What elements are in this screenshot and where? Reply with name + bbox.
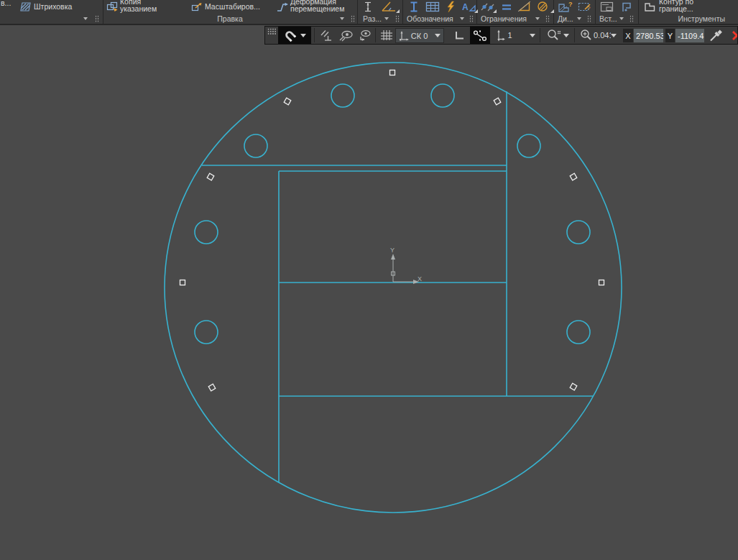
y-coordinate-field[interactable]: -1109.4 <box>675 29 704 42</box>
copy-button-label: Копияуказанием <box>120 0 157 12</box>
grip-handle[interactable] <box>208 384 216 391</box>
ucs-x-label: X <box>418 275 422 283</box>
hatch-button[interactable]: Штриховка <box>16 0 88 14</box>
grip-handle[interactable] <box>284 98 291 105</box>
group-grip-icon[interactable] <box>95 15 99 22</box>
ucs-y-label: Y <box>390 247 395 254</box>
parallel-snap-toggle[interactable] <box>317 27 336 44</box>
welding-symbol-button[interactable]: A <box>460 0 479 14</box>
toolbar-separator <box>574 28 575 42</box>
close-toolbar-button[interactable] <box>731 27 738 44</box>
grip-handle[interactable] <box>494 98 501 105</box>
group-grip-icon[interactable] <box>351 15 355 22</box>
grip-handle[interactable] <box>180 280 185 285</box>
group-label-annotations: Обозначения <box>407 14 453 23</box>
ucs-value: СК 0 <box>411 32 428 40</box>
tangent-constraint-button[interactable] <box>516 0 533 14</box>
dimension-angular-button[interactable] <box>379 0 400 14</box>
grip-handle[interactable] <box>390 70 395 75</box>
contour-by-boundary-button[interactable]: Контур погранице... <box>642 0 732 14</box>
chevron-down-icon[interactable] <box>611 34 617 37</box>
group-label-dynamic: Ди... <box>558 14 573 23</box>
frame-stamp-icon <box>600 1 614 12</box>
group-footer-tools[interactable]: Инструменты <box>638 14 738 24</box>
grip-handle[interactable] <box>570 173 577 180</box>
group-footer-constraints[interactable]: Ограничения <box>476 14 553 24</box>
zoom-window-button[interactable] <box>543 27 572 44</box>
deform-button-label: Деформацияперемещением <box>290 0 344 12</box>
dynamic-edit-button[interactable]: ? <box>576 0 594 14</box>
x-coordinate-field[interactable]: 2780.53 <box>634 29 663 42</box>
group-grip-icon[interactable] <box>545 15 550 22</box>
chevron-down-icon[interactable] <box>619 17 624 20</box>
bolt-hole <box>517 134 540 157</box>
zoom-scale-selector[interactable]: 0.041 <box>577 27 619 44</box>
deform-by-move-button[interactable]: Деформацияперемещением <box>275 0 356 14</box>
bolt-hole <box>195 221 218 244</box>
grip-handle[interactable] <box>570 383 577 390</box>
bolt-hole <box>567 221 590 244</box>
table-icon <box>425 1 440 12</box>
object-snap-button[interactable] <box>278 27 311 44</box>
group-footer-dynamic[interactable]: Ди... <box>553 14 595 24</box>
ucs-selector[interactable]: СК 0 <box>395 28 444 43</box>
fixed-constraint-button[interactable] <box>535 0 555 14</box>
group-footer-insert[interactable]: Вст... <box>595 14 638 24</box>
grip-handle[interactable] <box>207 173 214 180</box>
group-footer-annotations[interactable]: Обозначения <box>402 14 476 24</box>
chevron-down-icon[interactable] <box>530 34 535 37</box>
clipped-button-label: в... <box>1 0 11 7</box>
pick-coordinates-button[interactable] <box>707 27 726 44</box>
grid-toggle[interactable] <box>378 27 395 44</box>
y-coordinate-label: Y <box>665 29 675 42</box>
grip-handle[interactable] <box>599 280 604 285</box>
ucs-axes-icon <box>399 30 409 42</box>
dimension-linear-icon <box>363 1 374 13</box>
chevron-down-icon[interactable] <box>340 17 344 20</box>
flyout-arrow <box>396 9 400 13</box>
chevron-down-icon[interactable] <box>300 34 306 37</box>
quick-annotate-button[interactable] <box>443 0 458 14</box>
chevron-down-icon[interactable] <box>83 17 88 20</box>
parallel-snap-icon <box>319 29 333 42</box>
snap-eye-icon <box>358 29 372 42</box>
chevron-down-icon[interactable] <box>577 17 581 20</box>
dynamic-dimension-button[interactable]: ? <box>556 0 575 14</box>
toolbar-separator <box>314 28 315 42</box>
object-tracking-toggle[interactable] <box>337 27 356 44</box>
table-button[interactable] <box>424 0 441 14</box>
chevron-down-icon[interactable] <box>435 34 441 37</box>
chevron-down-icon[interactable] <box>384 17 389 20</box>
contour-button-label: Контур погранице... <box>659 0 693 12</box>
group-grip-icon[interactable] <box>395 15 400 22</box>
group-footer-dimensions[interactable]: Раз... <box>357 14 402 24</box>
drawing-canvas[interactable]: YX <box>0 25 738 560</box>
equal-constraint-button[interactable] <box>499 0 515 14</box>
scale-button[interactable]: Масштабиров... <box>190 0 273 14</box>
coincident-constraint-button[interactable] <box>479 0 497 14</box>
hatch-icon <box>19 2 32 12</box>
chevron-down-icon[interactable] <box>535 17 540 20</box>
dimension-linear-button[interactable] <box>361 0 377 14</box>
annotation-scale-selector[interactable]: 1 <box>492 27 538 44</box>
group-grip-icon[interactable] <box>629 15 634 22</box>
text-button[interactable] <box>405 0 423 14</box>
toolbar-drag-handle[interactable] <box>267 28 277 35</box>
chevron-down-icon[interactable] <box>563 34 569 37</box>
insert-frame-button[interactable] <box>598 0 617 14</box>
group-footer-edit[interactable]: Правка <box>103 14 357 24</box>
chevron-down-icon[interactable] <box>460 17 464 20</box>
polar-tracking-toggle[interactable] <box>470 27 490 44</box>
ortho-toggle[interactable] <box>451 27 468 44</box>
group-footer-left[interactable] <box>0 14 103 24</box>
group-grip-icon[interactable] <box>469 15 474 22</box>
group-grip-icon[interactable] <box>587 15 591 22</box>
insert-clip-button[interactable] <box>618 0 635 14</box>
annotation-scale-value: 1 <box>507 31 512 40</box>
snap-tracking-toggle[interactable] <box>356 27 374 44</box>
copy-by-point-button[interactable]: Копияуказанием <box>106 0 175 14</box>
application-window: YX в... Штриховка <box>0 0 738 560</box>
group-label-constraints: Ограничения <box>481 14 527 23</box>
clipped-button[interactable]: в... <box>0 0 11 14</box>
zoom-scale-value: 0.041 <box>594 31 611 40</box>
